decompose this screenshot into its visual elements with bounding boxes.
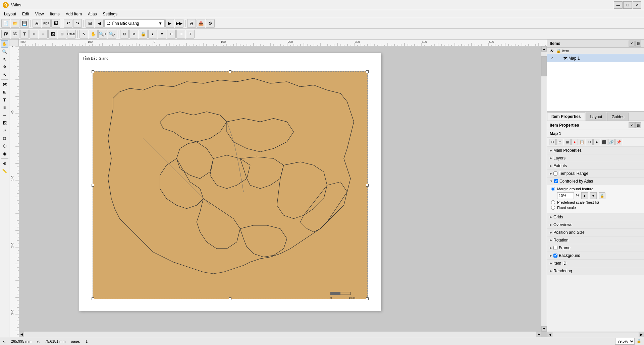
fixed-radio[interactable] xyxy=(551,206,555,210)
new-button[interactable]: 📄 xyxy=(1,19,10,28)
handle-bc[interactable] xyxy=(229,297,231,300)
section-layers-header[interactable]: ▶ Layers xyxy=(547,154,644,162)
add-node-tool[interactable]: ⬡ xyxy=(1,142,8,150)
handle-tr[interactable] xyxy=(366,70,369,73)
handle-tc[interactable] xyxy=(229,70,231,73)
section-extents-header[interactable]: ▶ Extents xyxy=(547,162,644,169)
group-btn[interactable]: ⧉ xyxy=(129,30,138,39)
add-label-btn[interactable]: T xyxy=(20,30,29,39)
section-main-properties-header[interactable]: ▶ Main Properties xyxy=(547,147,644,154)
align-right-btn[interactable]: ⊤ xyxy=(186,30,195,39)
props-detach[interactable]: ⊡ xyxy=(635,122,641,128)
props-refresh[interactable]: ↺ xyxy=(549,139,556,145)
scroll-v-thumb[interactable] xyxy=(541,56,547,76)
add-3dmap-btn[interactable]: 3D xyxy=(11,30,19,39)
menu-edit[interactable]: Edit xyxy=(19,11,32,17)
add-scalebar-btn[interactable]: ━ xyxy=(39,30,48,39)
tab-item-properties[interactable]: Item Properties xyxy=(547,113,585,121)
lock-icon[interactable]: 🔒 xyxy=(637,339,641,343)
props-btn2[interactable]: ⊞ xyxy=(564,139,571,145)
pan-tool[interactable]: ✋ xyxy=(1,40,8,48)
menu-add-item[interactable]: Add Item xyxy=(63,11,85,17)
handle-br[interactable] xyxy=(366,297,369,300)
move-item-tool[interactable]: ✥ xyxy=(1,63,8,71)
pan-btn[interactable]: ✋ xyxy=(89,30,98,39)
props-btn6[interactable]: ▶ xyxy=(593,139,600,145)
predefined-radio[interactable] xyxy=(551,200,555,204)
section-position-header[interactable]: ▶ Position and Size xyxy=(547,229,644,236)
minimize-button[interactable]: — xyxy=(614,1,623,9)
margin-lock[interactable]: 🔒 xyxy=(599,192,605,199)
export-atlas-button[interactable]: 📤 xyxy=(197,19,205,28)
handle-mr[interactable] xyxy=(366,184,369,187)
print-button[interactable]: 🖨 xyxy=(33,19,41,28)
margin-input[interactable] xyxy=(557,192,574,199)
props-btn7[interactable]: ⬛ xyxy=(601,139,607,145)
add-label-tool[interactable]: T xyxy=(1,96,8,104)
lower-btn[interactable]: ▼ xyxy=(158,30,166,39)
undo-button[interactable]: ↶ xyxy=(64,19,72,28)
section-temporal-header[interactable]: ▶ Temporal Range xyxy=(547,170,644,177)
tab-layout[interactable]: Layout xyxy=(586,113,606,121)
add-map-tool[interactable]: 🗺 xyxy=(1,81,8,88)
item-row-map1[interactable]: ✓ 🗺 Map 1 xyxy=(547,54,644,62)
background-checkbox[interactable] xyxy=(553,254,557,258)
section-background-header[interactable]: ▶ Background xyxy=(547,252,644,259)
measure-tool[interactable]: 📏 xyxy=(1,167,8,175)
close-button[interactable]: ✕ xyxy=(633,1,641,9)
align-center-btn[interactable]: ⊣ xyxy=(176,30,185,39)
menu-view[interactable]: View xyxy=(33,11,47,17)
scroll-h-left[interactable]: ◀ xyxy=(19,332,24,337)
props-btn3[interactable]: ● xyxy=(571,139,578,145)
add-image-btn[interactable]: 🖼 xyxy=(48,30,57,39)
props-btn1[interactable]: ⊕ xyxy=(556,139,563,145)
canvas[interactable]: Tỉnh Bắc Giang xyxy=(19,46,547,337)
edit-node-tool[interactable]: ◉ xyxy=(1,150,8,157)
add-html-btn[interactable]: HTML xyxy=(67,30,76,39)
open-button[interactable]: 📂 xyxy=(11,19,19,28)
props-btn9[interactable]: 📌 xyxy=(615,139,622,145)
select-btn[interactable]: ↖ xyxy=(79,30,88,39)
items-panel-detach[interactable]: ⊡ xyxy=(635,41,641,47)
map-frame[interactable]: 0 10km xyxy=(93,71,368,299)
section-atlas-header[interactable]: ▼ Controlled by Atlas xyxy=(547,178,644,185)
scroll-v-down[interactable]: ▼ xyxy=(541,326,547,332)
lock-btn[interactable]: 🔒 xyxy=(139,30,148,39)
margin-radio[interactable] xyxy=(551,187,555,191)
props-scroll-left[interactable]: ◀ xyxy=(547,332,552,337)
zoom-out-btn[interactable]: 🔍- xyxy=(108,30,116,39)
add-arrow-tool[interactable]: ↗ xyxy=(1,127,8,134)
section-item-id-header[interactable]: ▶ Item ID xyxy=(547,260,644,267)
add-map-btn[interactable]: 🗺 xyxy=(1,30,10,39)
select-tool[interactable]: ↖ xyxy=(1,56,8,63)
temporal-checkbox[interactable] xyxy=(553,171,557,176)
props-btn5[interactable]: ✂ xyxy=(586,139,593,145)
atlas-next-button[interactable]: ▶ xyxy=(165,19,174,28)
section-overviews-header[interactable]: ▶ Overviews xyxy=(547,221,644,228)
maximize-button[interactable]: □ xyxy=(623,1,632,9)
zoom-full-button[interactable]: ⊞ xyxy=(86,19,94,28)
props-close[interactable]: ✕ xyxy=(629,122,635,128)
atlas-combo[interactable]: 1: Tỉnh Bắc Giang ▼ xyxy=(104,19,165,27)
frame-checkbox[interactable] xyxy=(553,246,557,250)
add-legend-tool[interactable]: ≡ xyxy=(1,104,8,111)
raise-btn[interactable]: ▲ xyxy=(148,30,157,39)
margin-down[interactable]: ▼ xyxy=(590,192,597,199)
atlas-prev-button[interactable]: ◀ xyxy=(95,19,104,28)
section-frame-header[interactable]: ▶ Frame xyxy=(547,244,644,252)
add-scalebar-tool[interactable]: ━ xyxy=(1,112,8,119)
margin-up[interactable]: ▲ xyxy=(581,192,588,199)
menu-items[interactable]: Items xyxy=(47,11,62,17)
zoom-in-btn[interactable]: 🔍+ xyxy=(98,30,107,39)
handle-tl[interactable] xyxy=(92,70,94,73)
export-pdf-button[interactable]: PDF xyxy=(42,19,51,28)
export-img-button[interactable]: 🖼 xyxy=(51,19,60,28)
resize-tool[interactable]: ⤡ xyxy=(1,71,8,78)
scroll-h-right[interactable]: ▶ xyxy=(536,332,541,337)
items-panel-close[interactable]: ✕ xyxy=(629,41,635,47)
item-check[interactable]: ✓ xyxy=(548,56,555,61)
section-rotation-header[interactable]: ▶ Rotation xyxy=(547,236,644,244)
menu-atlas[interactable]: Atlas xyxy=(85,11,100,17)
handle-bl[interactable] xyxy=(92,297,94,300)
atlas-last-button[interactable]: ▶▶ xyxy=(175,19,183,28)
